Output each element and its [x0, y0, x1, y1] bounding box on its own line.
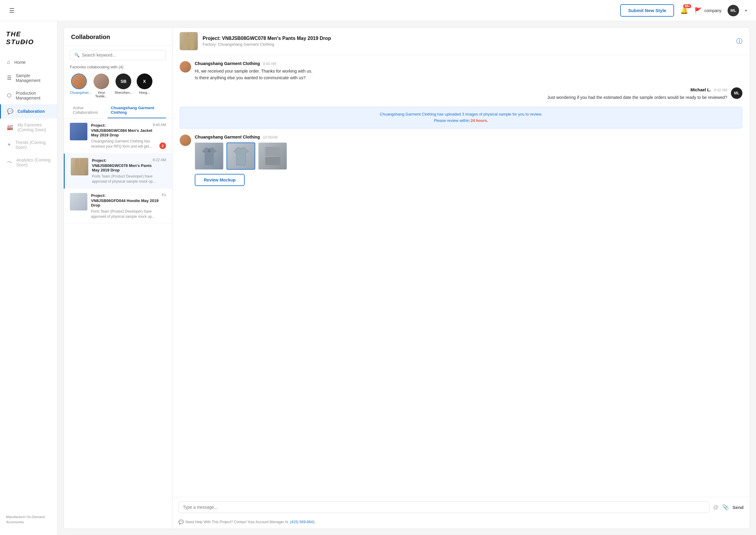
factory-avatar-hong[interactable]: X Hong...	[137, 73, 153, 94]
sample-image-1[interactable]	[195, 142, 223, 170]
sidebar-item-home[interactable]: ⌂ Home	[0, 55, 57, 69]
chat-message-input[interactable]	[179, 501, 710, 513]
svg-rect-1	[80, 159, 84, 174]
logo-line1: THE	[6, 30, 51, 38]
factory-avatar-chuangshan[interactable]: Chuangshan...	[70, 73, 88, 94]
chat-input-area: @ 📎 Send	[172, 497, 750, 517]
sidebar-item-trends[interactable]: ✦ Trends (Coming Soon)	[0, 136, 57, 154]
list-icon: ☰	[7, 75, 12, 81]
attachment-icon[interactable]: 📎	[722, 504, 729, 511]
item-info: Project: VN8JSB08GWC078 Men's Pants May …	[92, 158, 166, 184]
sidebar-item-trends-label: Trends (Coming Soon)	[15, 140, 51, 150]
svg-rect-0	[75, 159, 79, 174]
sidebar-item-analytics-label: Analytics (Coming Soon)	[16, 157, 51, 167]
factory-avatar-shenzhen[interactable]: SB Shenzhen...	[115, 73, 132, 94]
message-row: Chuangshang Garment Clothing 9:40 AM Hi,…	[180, 61, 742, 81]
message-row: ML 9:42 AM Michael L. Just wondering if …	[180, 87, 742, 101]
notification-badge: 99+	[683, 4, 691, 8]
brand-name-label: company	[704, 8, 721, 13]
factory-avatar-xinyi[interactable]: Xinyi Textile...	[92, 73, 110, 98]
factory-name-xinyi: Xinyi Textile...	[92, 91, 110, 98]
alert-urgent: 24 hours.	[470, 118, 488, 123]
submit-new-style-button[interactable]: Submit New Style	[620, 4, 674, 16]
sidebar-item-my-factories[interactable]: 🏭 My Factories (Coming Soon)	[0, 119, 57, 136]
chat-panel: Project: VN8JSB08GWC078 Men's Pants May …	[172, 27, 750, 529]
collab-tabs: Active Collaborations Chuangshang Garmen…	[64, 102, 172, 119]
sidebar: THE STuDIO ⌂ Home ☰ Sample Management ⬡ …	[0, 21, 57, 535]
item-thumbnail-hoodie	[70, 193, 87, 211]
content-area: Collaboration 🔍 Factories collaborating …	[57, 21, 756, 535]
factory-icon: 🏭	[7, 124, 13, 130]
chat-header: Project: VN8JSB08GWC078 Men's Pants May …	[172, 28, 750, 55]
unread-badge1: 2	[159, 142, 166, 149]
sample-images	[195, 142, 742, 170]
message-text: Just wondering if you had the estimated …	[547, 94, 727, 101]
search-icon: 🔍	[74, 53, 79, 57]
svg-rect-7	[265, 157, 280, 165]
sender-avatar	[180, 61, 191, 72]
sender-avatar2	[180, 135, 191, 146]
item-project-label1: Project:	[91, 123, 153, 128]
sample-image-3[interactable]	[258, 142, 287, 170]
tab-active-collaborations[interactable]: Active Collaborations	[70, 102, 108, 118]
message-row: Chuangshang Garment Clothing 10:00AM	[180, 135, 742, 186]
svg-point-5	[208, 150, 211, 153]
notification-bell[interactable]: 🔔 99+	[680, 7, 688, 14]
alert-text: Chuangshang Garment Clothing has uploade…	[380, 112, 542, 123]
item-time2: 8:22 AM	[153, 158, 166, 162]
sidebar-item-home-label: Home	[14, 60, 25, 65]
chat-header-thumbnail	[180, 32, 198, 50]
factory-name-shenzhen: Shenzhen...	[115, 91, 132, 94]
brand-logo[interactable]: 🚩 company	[694, 7, 721, 14]
home-icon: ⌂	[7, 59, 10, 65]
item-info: Project: VN8JSB06GFD044 Hoodie May 2019 …	[91, 193, 166, 219]
sidebar-item-collaboration[interactable]: 💬 Collaboration	[0, 104, 57, 119]
item-desc2: Ports Team (Product Developer) have appr…	[92, 174, 166, 184]
sidebar-item-sample-management-label: Sample Management	[16, 73, 51, 83]
sidebar-item-analytics[interactable]: 〜 Analytics (Coming Soon)	[0, 154, 57, 171]
message-header: Chuangshang Garment Clothing 10:00AM	[195, 135, 742, 139]
item-time3: Fri	[162, 193, 166, 197]
item-info-top: Project: VN8JSB06GFD044 Hoodie May 2019 …	[91, 193, 166, 208]
sender-name2: Chuangshang Garment Clothing	[195, 135, 260, 139]
sample-image-2[interactable]	[227, 142, 255, 170]
message-content: 9:42 AM Michael L. Just wondering if you…	[180, 87, 727, 101]
message-content: Chuangshang Garment Clothing 9:40 AM Hi,…	[195, 61, 742, 81]
collab-list: Project: VN8JSB08GWC084 Men's Jacket May…	[64, 119, 172, 529]
sidebar-item-production-management[interactable]: ⬡ Production Management	[0, 87, 57, 104]
sidebar-item-sample-management[interactable]: ☰ Sample Management	[0, 69, 57, 87]
svg-rect-2	[183, 33, 188, 50]
chat-icon: 💬	[7, 108, 13, 115]
at-icon[interactable]: @	[713, 504, 718, 511]
chat-messages: Chuangshang Garment Clothing 9:40 AM Hi,…	[172, 55, 750, 497]
factories-section: Factories collaborating with (4) Chuangs…	[64, 65, 172, 102]
sidebar-item-production-management-label: Production Management	[16, 91, 51, 100]
list-item[interactable]: Project: VN8JSB06GFD044 Hoodie May 2019 …	[64, 189, 172, 224]
user-avatar[interactable]: ML	[728, 5, 739, 16]
item-desc1: Chuangshang Garment Clothing has receive…	[91, 139, 159, 149]
user-avatar-msg: ML	[731, 87, 742, 99]
chat-header-info: Project: VN8JSB08GWC078 Men's Pants May …	[203, 36, 732, 46]
review-mockup-button[interactable]: Review Mockup	[195, 174, 245, 186]
list-item[interactable]: Project: VN8JSB08GWC078 Men's Pants May …	[64, 154, 172, 189]
app-logo: THE STuDIO	[0, 27, 57, 55]
box-icon: ⬡	[7, 92, 12, 99]
info-icon[interactable]: ⓘ	[736, 37, 742, 45]
item-project-label3: Project:	[91, 193, 162, 198]
tab-chuangshang[interactable]: Chuangshang Garment Clothing	[108, 102, 166, 118]
collaboration-panel: Collaboration 🔍 Factories collaborating …	[64, 27, 172, 529]
topbar: ☰ Submit New Style 🔔 99+ 🚩 company ML ▾	[0, 0, 756, 21]
sender-name: Michael L.	[690, 87, 711, 92]
search-box[interactable]: 🔍	[70, 50, 166, 60]
message-time: 9:40 AM	[263, 62, 276, 66]
item-project-name2: VN8JSB08GWC078 Men's Pants May 2019 Drop	[92, 163, 153, 172]
dropdown-caret-icon[interactable]: ▾	[745, 9, 747, 13]
footer-phone[interactable]: (415) 569-0641.	[290, 520, 316, 524]
hamburger-icon[interactable]: ☰	[9, 7, 14, 14]
send-button[interactable]: Send	[732, 505, 743, 510]
search-input[interactable]	[82, 53, 161, 57]
message-content: Chuangshang Garment Clothing 10:00AM	[195, 135, 742, 186]
sender-name: Chuangshang Garment Clothing	[195, 61, 260, 66]
message-time: 9:42 AM	[714, 88, 727, 92]
list-item[interactable]: Project: VN8JSB08GWC084 Men's Jacket May…	[64, 119, 172, 154]
